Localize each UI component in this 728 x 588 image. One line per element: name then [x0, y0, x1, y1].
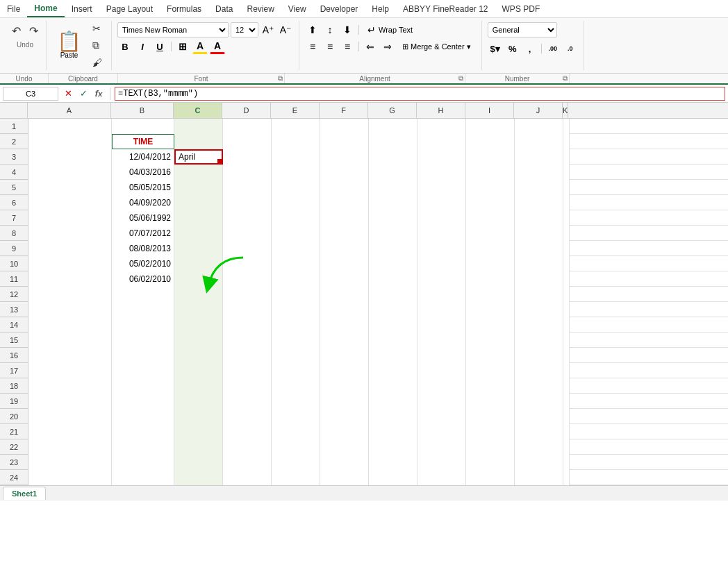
dollar-button[interactable]: $▾	[488, 41, 503, 56]
row-header-23[interactable]: 23	[0, 455, 28, 470]
row-header-1[interactable]: 1	[0, 119, 28, 134]
cell-f2[interactable]	[320, 134, 369, 149]
cell-j18[interactable]	[515, 378, 563, 394]
menu-item-review[interactable]: Review	[240, 1, 281, 17]
sheet-tab-1[interactable]: Sheet1	[3, 487, 46, 500]
cell-e11[interactable]	[272, 271, 320, 287]
cell-i14[interactable]	[466, 317, 515, 333]
cell-j1[interactable]	[515, 119, 563, 134]
cell-c17[interactable]	[174, 363, 223, 378]
cell-k5[interactable]	[563, 180, 570, 195]
cell-e15[interactable]	[272, 333, 320, 348]
menu-item-view[interactable]: View	[281, 1, 313, 17]
cell-a18[interactable]	[28, 378, 112, 394]
cell-k2[interactable]	[563, 134, 570, 149]
cell-e3[interactable]	[272, 149, 320, 165]
cell-a9[interactable]	[28, 241, 112, 256]
cell-g4[interactable]	[369, 165, 417, 180]
menu-item-page-layout[interactable]: Page Layout	[99, 1, 160, 17]
row-header-10[interactable]: 10	[0, 256, 28, 271]
cell-h10[interactable]	[417, 256, 466, 271]
cell-c9[interactable]	[174, 241, 223, 256]
col-header-H[interactable]: H	[417, 103, 465, 118]
cell-b19[interactable]	[112, 394, 174, 409]
cell-b10[interactable]: 05/02/2010	[112, 256, 174, 271]
indent-decrease-button[interactable]: ⇐	[363, 39, 378, 54]
cell-k9[interactable]	[563, 241, 570, 256]
insert-function-button[interactable]: fx	[92, 87, 106, 101]
font-size-select[interactable]: 12	[231, 22, 258, 37]
cell-h18[interactable]	[417, 378, 466, 394]
cell-c22[interactable]	[174, 439, 223, 455]
cell-h19[interactable]	[417, 394, 466, 409]
row-header-12[interactable]: 12	[0, 287, 28, 302]
cell-i16[interactable]	[466, 348, 515, 363]
cell-b15[interactable]	[112, 333, 174, 348]
cell-g17[interactable]	[369, 363, 417, 378]
cell-j5[interactable]	[515, 180, 563, 195]
row-header-6[interactable]: 6	[0, 195, 28, 210]
cell-i10[interactable]	[466, 256, 515, 271]
formula-cancel-button[interactable]: ✕	[61, 87, 75, 101]
cell-d18[interactable]	[223, 378, 272, 394]
cell-f4[interactable]	[320, 165, 369, 180]
cell-k21[interactable]	[563, 424, 570, 439]
menu-item-data[interactable]: Data	[208, 1, 240, 17]
increase-decimal-button[interactable]: .00	[545, 41, 561, 56]
cell-k1[interactable]	[563, 119, 570, 134]
col-header-A[interactable]: A	[28, 103, 111, 118]
cell-i2[interactable]	[466, 134, 515, 149]
cell-g19[interactable]	[369, 394, 417, 409]
cell-e10[interactable]	[272, 256, 320, 271]
cell-d3[interactable]	[223, 149, 272, 165]
cell-c8[interactable]	[174, 226, 223, 241]
cell-h17[interactable]	[417, 363, 466, 378]
paste-button[interactable]: 📋 Paste	[52, 30, 86, 61]
cell-i7[interactable]	[466, 210, 515, 226]
cell-g14[interactable]	[369, 317, 417, 333]
cell-f13[interactable]	[320, 302, 369, 317]
decrease-decimal-button[interactable]: .0	[563, 41, 578, 56]
cell-a17[interactable]	[28, 363, 112, 378]
bold-button[interactable]: B	[117, 39, 133, 54]
cell-b7[interactable]: 05/06/1992	[112, 210, 174, 226]
cell-e9[interactable]	[272, 241, 320, 256]
cell-h14[interactable]	[417, 317, 466, 333]
cell-b14[interactable]	[112, 317, 174, 333]
cell-f24[interactable]	[320, 470, 369, 485]
cell-f17[interactable]	[320, 363, 369, 378]
cell-f5[interactable]	[320, 180, 369, 195]
cell-d23[interactable]	[223, 455, 272, 470]
cell-e1[interactable]	[272, 119, 320, 134]
cell-i22[interactable]	[466, 439, 515, 455]
cell-e6[interactable]	[272, 195, 320, 210]
row-header-16[interactable]: 16	[0, 348, 28, 363]
formula-input[interactable]	[115, 87, 725, 101]
cell-d24[interactable]	[223, 470, 272, 485]
cell-j16[interactable]	[515, 348, 563, 363]
row-header-9[interactable]: 9	[0, 241, 28, 256]
cell-k16[interactable]	[563, 348, 570, 363]
col-header-G[interactable]: G	[368, 103, 417, 118]
cell-a19[interactable]	[28, 394, 112, 409]
cell-h23[interactable]	[417, 455, 466, 470]
cell-h21[interactable]	[417, 424, 466, 439]
cell-b8[interactable]: 07/07/2012	[112, 226, 174, 241]
row-header-21[interactable]: 21	[0, 424, 28, 439]
cell-e8[interactable]	[272, 226, 320, 241]
cell-f14[interactable]	[320, 317, 369, 333]
row-header-11[interactable]: 11	[0, 271, 28, 287]
cell-g1[interactable]	[369, 119, 417, 134]
cell-k8[interactable]	[563, 226, 570, 241]
cell-j2[interactable]	[515, 134, 563, 149]
cell-k6[interactable]	[563, 195, 570, 210]
align-center-button[interactable]: ≡	[322, 39, 338, 54]
cell-c13[interactable]	[174, 302, 223, 317]
cell-f16[interactable]	[320, 348, 369, 363]
align-middle-button[interactable]: ↕	[322, 22, 338, 37]
cell-h24[interactable]	[417, 470, 466, 485]
cell-a20[interactable]	[28, 409, 112, 424]
cell-k3[interactable]	[563, 149, 570, 165]
row-header-8[interactable]: 8	[0, 226, 28, 241]
cell-c18[interactable]	[174, 378, 223, 394]
